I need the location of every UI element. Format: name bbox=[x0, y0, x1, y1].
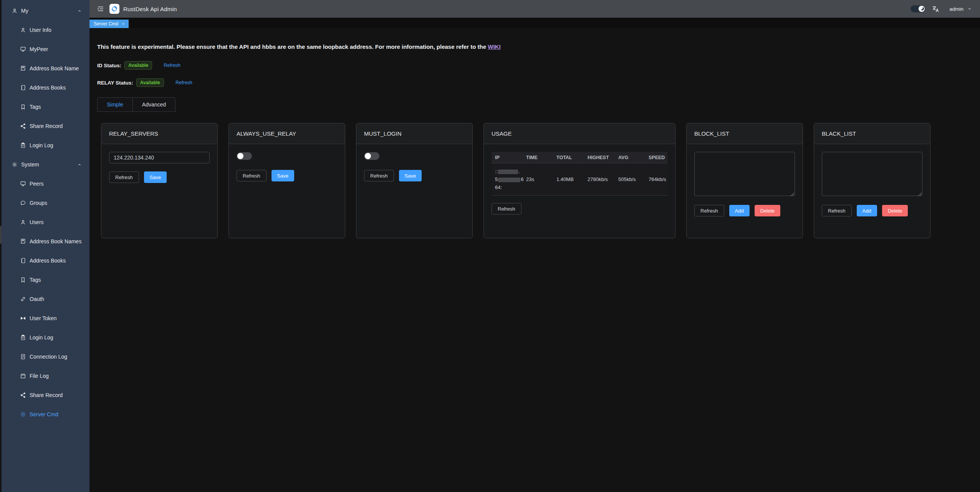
sidebar-section-system[interactable]: System bbox=[2, 155, 89, 174]
experimental-warning: This feature is experimental. Please ens… bbox=[97, 43, 980, 50]
gear-icon bbox=[20, 411, 26, 417]
sidebar-item-label: Oauth bbox=[30, 296, 44, 302]
clipboard-icon bbox=[20, 334, 26, 341]
add-button[interactable]: Add bbox=[857, 205, 877, 216]
tab-simple[interactable]: Simple bbox=[97, 97, 133, 112]
sidebar-item-users[interactable]: Users bbox=[2, 213, 89, 232]
chevron-down-icon bbox=[967, 6, 972, 12]
card-must-login: MUST_LOGIN Refresh Save bbox=[356, 123, 473, 238]
sidebar-section-label: My bbox=[21, 8, 28, 14]
monitor-icon bbox=[20, 181, 26, 187]
sidebar-section-my[interactable]: My bbox=[2, 1, 89, 20]
usage-table-header: IP TIME TOTAL HIGHEST AVG SPEED bbox=[492, 152, 667, 163]
card-always-use-relay: ALWAYS_USE_RELAY Refresh Save bbox=[228, 123, 345, 238]
settings-cards: RELAY_SERVERS Refresh Save ALWAYS_USE_RE… bbox=[101, 123, 980, 238]
box-icon bbox=[20, 373, 26, 379]
save-button[interactable]: Save bbox=[271, 170, 295, 181]
refresh-button[interactable]: Refresh bbox=[492, 203, 521, 214]
sidebar-item-label: Login Log bbox=[30, 142, 53, 148]
sidebar-item-tags-2[interactable]: Tags bbox=[2, 270, 89, 289]
sidebar-item-login-log-2[interactable]: Login Log bbox=[2, 328, 89, 347]
refresh-button[interactable]: Refresh bbox=[694, 205, 724, 216]
user-menu[interactable]: admin bbox=[949, 6, 972, 12]
black-list-textarea[interactable] bbox=[822, 152, 922, 196]
window-tab-bar: Server Cmd bbox=[89, 18, 980, 28]
save-button[interactable]: Save bbox=[144, 171, 167, 183]
redacted-ip-segment bbox=[498, 178, 520, 182]
sidebar-item-label: Tags bbox=[30, 104, 41, 110]
sidebar-item-label: Server Cmd bbox=[30, 411, 58, 417]
relay-status-refresh-link[interactable]: Refresh bbox=[175, 80, 192, 85]
col-avg: AVG bbox=[618, 155, 649, 160]
monitor-icon bbox=[20, 46, 26, 52]
tab-advanced[interactable]: Advanced bbox=[133, 97, 175, 112]
toggle-knob bbox=[365, 153, 371, 159]
sidebar-item-file-log[interactable]: File Log bbox=[2, 366, 89, 386]
sidebar-item-login-log[interactable]: Login Log bbox=[2, 136, 89, 155]
card-title: BLACK_LIST bbox=[814, 123, 930, 144]
relay-servers-input[interactable] bbox=[109, 152, 210, 163]
dark-mode-toggle[interactable] bbox=[910, 5, 925, 12]
translate-icon[interactable] bbox=[932, 5, 940, 13]
tab-server-cmd[interactable]: Server Cmd bbox=[89, 20, 129, 28]
book-icon bbox=[20, 65, 26, 71]
wiki-link[interactable]: WIKI bbox=[488, 43, 500, 50]
ticket-icon bbox=[20, 315, 26, 321]
must-login-toggle[interactable] bbox=[364, 152, 379, 160]
usage-table: IP TIME TOTAL HIGHEST AVG SPEED ::. 5 bbox=[492, 152, 667, 196]
sidebar-item-connection-log[interactable]: Connection Log bbox=[2, 347, 89, 366]
sidebar-item-oauth[interactable]: Oauth bbox=[2, 289, 89, 309]
app-header: RustDesk Api Admin admin bbox=[89, 0, 980, 18]
sidebar-item-label: Connection Log bbox=[30, 354, 67, 360]
refresh-button[interactable]: Refresh bbox=[109, 171, 139, 183]
sidebar-item-peers[interactable]: Peers bbox=[2, 174, 89, 193]
save-button[interactable]: Save bbox=[399, 170, 422, 181]
id-status-refresh-link[interactable]: Refresh bbox=[164, 63, 180, 68]
view-tabs: Simple Advanced bbox=[97, 97, 980, 112]
usage-avg-cell: 505kb/s bbox=[618, 176, 649, 182]
sidebar-item-label: User Token bbox=[30, 315, 57, 321]
col-speed: SPEED bbox=[649, 155, 667, 160]
usage-speed-cell: 764kb/s bbox=[649, 176, 667, 182]
moon-icon bbox=[919, 6, 925, 12]
sidebar-item-label: Users bbox=[30, 219, 44, 225]
always-use-relay-toggle[interactable] bbox=[237, 152, 252, 160]
sidebar-item-label: File Log bbox=[30, 373, 49, 379]
redacted-ip-segment bbox=[498, 170, 518, 174]
card-usage: USAGE IP TIME TOTAL HIGHEST AVG SPEED bbox=[483, 123, 675, 238]
add-button[interactable]: Add bbox=[729, 205, 750, 216]
refresh-button[interactable]: Refresh bbox=[237, 170, 267, 181]
user-menu-label: admin bbox=[949, 6, 963, 12]
sidebar-item-label: MyPeer bbox=[30, 46, 48, 52]
refresh-button[interactable]: Refresh bbox=[364, 170, 394, 181]
delete-button[interactable]: Delete bbox=[755, 205, 781, 216]
refresh-button[interactable]: Refresh bbox=[822, 205, 852, 216]
sidebar-item-address-books[interactable]: Address Books bbox=[2, 78, 89, 97]
sidebar-scrollbar-thumb[interactable] bbox=[0, 226, 2, 244]
user-icon bbox=[20, 219, 26, 225]
id-status-row: ID Status: Available Refresh bbox=[97, 61, 980, 70]
sidebar-item-mypeer[interactable]: MyPeer bbox=[2, 40, 89, 59]
sidebar-item-address-book-name[interactable]: Address Book Name bbox=[2, 59, 89, 78]
block-list-textarea[interactable] bbox=[694, 152, 795, 196]
close-icon[interactable] bbox=[121, 22, 125, 26]
sidebar-item-groups[interactable]: Groups bbox=[2, 193, 89, 213]
document-icon bbox=[20, 354, 26, 360]
chevron-up-icon bbox=[76, 162, 83, 167]
usage-ip-cell: ::. 56 64: bbox=[495, 167, 526, 191]
sidebar-item-address-book-names[interactable]: Address Book Names bbox=[2, 232, 89, 251]
sidebar-item-address-books-2[interactable]: Address Books bbox=[2, 251, 89, 270]
menu-collapse-icon[interactable] bbox=[97, 5, 104, 13]
sidebar-item-user-token[interactable]: User Token bbox=[2, 309, 89, 328]
sidebar-item-server-cmd[interactable]: Server Cmd bbox=[2, 405, 89, 424]
sidebar-item-share-record-2[interactable]: Share Record bbox=[2, 386, 89, 405]
usage-highest-cell: 2780kb/s bbox=[588, 176, 618, 182]
sidebar-item-tags[interactable]: Tags bbox=[2, 97, 89, 116]
sidebar-item-share-record[interactable]: Share Record bbox=[2, 116, 89, 136]
bookmark-icon bbox=[20, 104, 26, 110]
book-icon bbox=[20, 238, 26, 244]
sidebar-item-user-info[interactable]: User Info bbox=[2, 20, 89, 40]
user-icon bbox=[12, 8, 18, 14]
card-title: MUST_LOGIN bbox=[356, 123, 472, 144]
delete-button[interactable]: Delete bbox=[882, 205, 908, 216]
